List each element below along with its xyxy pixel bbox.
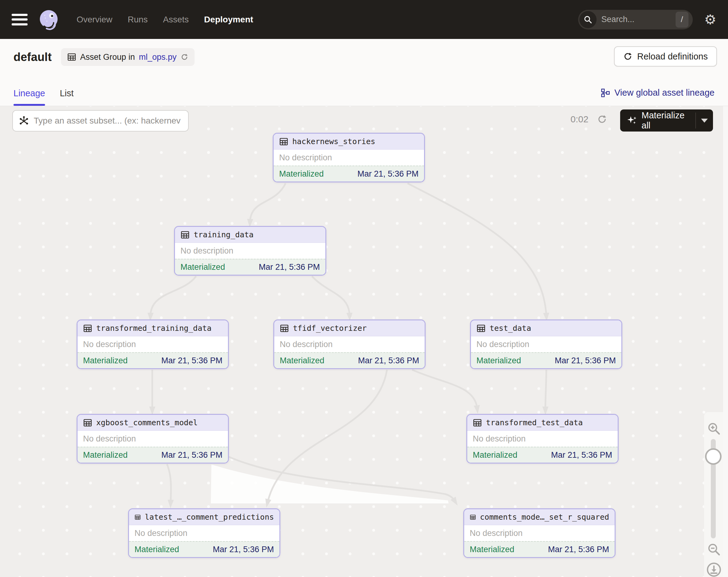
refresh-icon [623, 52, 632, 61]
search-icon [579, 11, 597, 28]
asset-description: No description [78, 431, 228, 447]
asset-node-header: hackernews_stories [274, 134, 424, 150]
asset-group-badge: Asset Group in ml_ops.py [61, 48, 195, 66]
status-badge: Materialized [476, 356, 521, 366]
refresh-timer: 0:02 [571, 114, 588, 124]
asset-node-test_data[interactable]: test_data No description Materialized Ma… [470, 320, 622, 369]
asset-node-header: latest_…_comment_predictions [129, 509, 280, 525]
nav-item-deployment[interactable]: Deployment [204, 15, 253, 25]
asset-node-header: transformed_training_data [78, 320, 228, 336]
materialization-timestamp: Mar 21, 5:36 PM [161, 450, 223, 460]
nav-item-overview[interactable]: Overview [77, 15, 112, 25]
materialization-timestamp: Mar 21, 5:36 PM [358, 356, 419, 366]
asset-name: hackernews_stories [292, 137, 375, 146]
asset-name: training_data [193, 230, 254, 239]
asset-name: test_data [490, 324, 531, 333]
asset-node-transformed_test_data[interactable]: transformed_test_data No description Mat… [466, 414, 619, 463]
asset-node-header: test_data [471, 320, 621, 336]
asset-name: tfidf_vectorizer [293, 324, 367, 333]
asset-description: No description [467, 431, 618, 447]
status-badge: Materialized [280, 356, 324, 366]
asset-status-row: Materialized Mar 21, 5:36 PM [129, 541, 280, 557]
asset-node-latest_comment_predictions[interactable]: latest_…_comment_predictions No descript… [128, 508, 280, 558]
asset-lineage-canvas[interactable]: hackernews_stories No description Materi… [0, 106, 728, 577]
materialization-timestamp: Mar 21, 5:36 PM [548, 545, 609, 554]
view-global-lineage-label: View global asset lineage [614, 88, 714, 98]
asset-description: No description [274, 150, 424, 166]
zoom-out-button[interactable] [706, 542, 722, 557]
graph-refresh-icon[interactable] [597, 114, 607, 124]
filter-placeholder: Type an asset subset... (ex: hackernev [34, 116, 180, 126]
asset-status-row: Materialized Mar 21, 5:36 PM [175, 259, 326, 275]
asset-status-row: Materialized Mar 21, 5:36 PM [471, 352, 621, 368]
table-icon [67, 52, 76, 61]
reload-definitions-button[interactable]: Reload definitions [614, 46, 717, 67]
status-badge: Materialized [180, 262, 225, 272]
lineage-graph-icon [601, 88, 610, 98]
sparkle-icon [627, 115, 637, 126]
status-badge: Materialized [83, 356, 128, 366]
asset-description: No description [274, 336, 425, 352]
asset-description: No description [175, 243, 326, 259]
settings-gear-icon[interactable]: ⚙ [704, 13, 717, 26]
asset-description: No description [78, 336, 228, 352]
badge-prefix: Asset Group in [80, 52, 135, 62]
materialization-timestamp: Mar 21, 5:36 PM [554, 356, 616, 366]
reload-definitions-label: Reload definitions [637, 51, 708, 61]
table-icon [473, 418, 482, 427]
table-icon [83, 418, 92, 427]
materialization-timestamp: Mar 21, 5:36 PM [161, 356, 223, 366]
edge-training_data-to-transformed_training_data [151, 276, 196, 315]
status-badge: Materialized [473, 450, 518, 460]
edge-tfidf_vectorizer-to-transformed_test_data [412, 370, 477, 408]
search-placeholder: Search... [601, 15, 676, 24]
materialization-timestamp: Mar 21, 5:36 PM [551, 450, 612, 460]
chevron-down-icon [701, 119, 708, 123]
tab-list[interactable]: List [60, 88, 74, 106]
search-input[interactable]: Search... / [578, 10, 693, 29]
tab-lineage[interactable]: Lineage [14, 88, 45, 106]
zoom-slider-knob[interactable] [705, 448, 722, 465]
download-image-button[interactable] [706, 562, 722, 577]
table-icon [279, 137, 288, 146]
asset-node-training_data[interactable]: training_data No description Materialize… [174, 226, 326, 276]
table-icon [83, 324, 92, 333]
view-global-lineage-link[interactable]: View global asset lineage [601, 88, 714, 98]
edge-hackernews_stories-to-training_data [250, 183, 286, 221]
scrollbar-track[interactable] [723, 106, 728, 577]
asset-description: No description [471, 336, 621, 352]
asset-node-transformed_training_data[interactable]: transformed_training_data No description… [77, 320, 229, 369]
asset-description: No description [129, 525, 280, 541]
page-header: default Asset Group in ml_ops.py Reload … [0, 39, 728, 106]
refresh-icon[interactable] [180, 53, 188, 61]
materialization-timestamp: Mar 21, 5:36 PM [259, 262, 320, 272]
asset-node-header: training_data [175, 227, 326, 243]
status-badge: Materialized [83, 450, 128, 460]
asset-graph-filter-icon [18, 115, 29, 126]
nav-item-runs[interactable]: Runs [128, 15, 148, 25]
top-nav: OverviewRunsAssetsDeployment Search... /… [0, 0, 728, 39]
dagster-logo[interactable] [38, 9, 59, 30]
nav-item-assets[interactable]: Assets [163, 15, 189, 25]
asset-name: latest_…_comment_predictions [145, 512, 274, 522]
asset-description: No description [464, 525, 615, 541]
asset-node-tfidf_vectorizer[interactable]: tfidf_vectorizer No description Material… [273, 320, 425, 369]
asset-node-comments_model_test_set_r_squared[interactable]: comments_mode…_set_r_squared No descript… [463, 508, 616, 558]
asset-name: comments_mode…_set_r_squared [480, 512, 609, 522]
badge-file-link[interactable]: ml_ops.py [139, 52, 177, 62]
asset-subset-filter-input[interactable]: Type an asset subset... (ex: hackernev [12, 110, 189, 131]
menu-icon[interactable] [11, 14, 28, 25]
materialize-options-dropdown[interactable] [696, 119, 713, 123]
edge-hackernews_stories-to-test_data [408, 183, 546, 315]
materialize-all-button[interactable]: Materialize all [620, 109, 713, 131]
page-title: default [14, 51, 52, 64]
edge-test_data-to-transformed_test_data [545, 370, 546, 409]
asset-name: xgboost_comments_model [96, 418, 198, 427]
asset-name: transformed_test_data [486, 418, 583, 427]
asset-node-hackernews_stories[interactable]: hackernews_stories No description Materi… [273, 133, 425, 182]
asset-node-xgboost_comments_model[interactable]: xgboost_comments_model No description Ma… [77, 414, 229, 463]
zoom-in-button[interactable] [706, 421, 722, 436]
asset-node-header: xgboost_comments_model [78, 415, 228, 431]
edge-highlight-wedge [211, 465, 448, 503]
asset-node-header: comments_mode…_set_r_squared [464, 509, 615, 525]
